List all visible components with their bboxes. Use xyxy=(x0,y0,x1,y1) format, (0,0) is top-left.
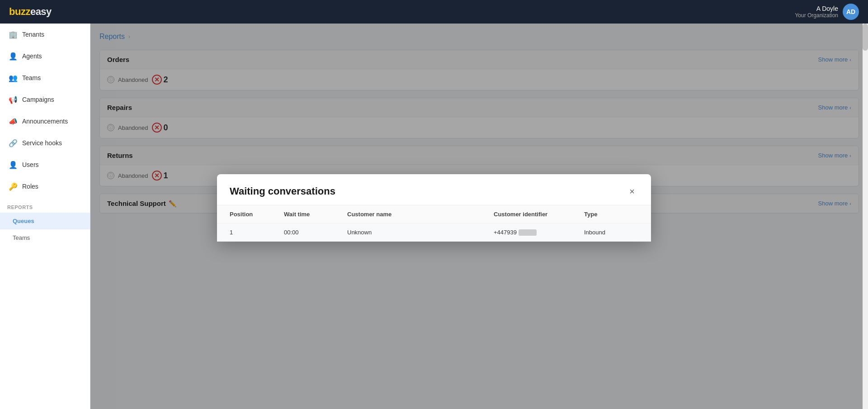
user-org: Your Organization xyxy=(795,12,838,19)
sidebar-item-label: Announcements xyxy=(22,118,68,125)
sidebar-item-agents[interactable]: 👤 Agents xyxy=(0,45,90,67)
scrollbar-track[interactable] xyxy=(863,24,868,409)
scrollbar-thumb[interactable] xyxy=(863,24,868,51)
reports-section-label: Reports xyxy=(0,197,90,213)
sidebar-item-campaigns[interactable]: 📢 Campaigns xyxy=(0,89,90,110)
modal-header: Waiting conversations × xyxy=(217,174,651,205)
customer-id-value: +447939 xyxy=(494,229,537,236)
sidebar-item-label: Agents xyxy=(22,52,42,60)
user-profile[interactable]: A Doyle Your Organization AD xyxy=(795,4,859,20)
roles-icon: 🔑 xyxy=(9,182,18,191)
avatar[interactable]: AD xyxy=(843,4,859,20)
sidebar-item-teams-top[interactable]: 👥 Teams xyxy=(0,67,90,89)
col-header-wait-time: Wait time xyxy=(284,211,347,218)
sidebar-item-label: Service hooks xyxy=(22,139,62,147)
sidebar-item-teams-reports[interactable]: Teams xyxy=(0,229,90,246)
cell-position: 1 xyxy=(230,229,284,236)
table-row: 1 00:00 Unknown +447939 Inbound xyxy=(217,224,651,242)
user-info: A Doyle Your Organization xyxy=(795,5,838,19)
sidebar: 🏢 Tenants 👤 Agents 👥 Teams 📢 Campaigns 📣… xyxy=(0,24,90,409)
modal-title: Waiting conversations xyxy=(230,185,335,197)
sidebar-item-service-hooks[interactable]: 🔗 Service hooks xyxy=(0,132,90,154)
sidebar-item-tenants[interactable]: 🏢 Tenants xyxy=(0,24,90,45)
redacted-id xyxy=(519,229,537,235)
teams-reports-label: Teams xyxy=(13,234,30,241)
announcements-icon: 📣 xyxy=(9,117,18,126)
tenants-icon: 🏢 xyxy=(9,30,18,39)
agents-icon: 👤 xyxy=(9,52,18,61)
modal-close-button[interactable]: × xyxy=(626,185,638,198)
sidebar-item-label: Tenants xyxy=(22,31,44,38)
waiting-conversations-modal: Waiting conversations × Position Wait ti… xyxy=(217,174,651,242)
logo: buzzeasy xyxy=(9,6,52,18)
sidebar-item-announcements[interactable]: 📣 Announcements xyxy=(0,110,90,132)
teams-icon: 👥 xyxy=(9,73,18,82)
queues-label: Queues xyxy=(13,218,34,224)
sidebar-item-label: Users xyxy=(22,161,39,168)
campaigns-icon: 📢 xyxy=(9,95,18,104)
sidebar-item-label: Roles xyxy=(22,183,38,190)
col-header-customer-name: Customer name xyxy=(347,211,494,218)
sidebar-item-label: Campaigns xyxy=(22,96,54,103)
col-header-position: Position xyxy=(230,211,284,218)
users-icon: 👤 xyxy=(9,160,18,169)
navbar: buzzeasy A Doyle Your Organization AD xyxy=(0,0,868,24)
sidebar-item-users[interactable]: 👤 Users xyxy=(0,154,90,176)
logo-text: buzzeasy xyxy=(9,6,52,18)
service-hooks-icon: 🔗 xyxy=(9,138,18,147)
table-header-row: Position Wait time Customer name Custome… xyxy=(217,205,651,224)
user-name: A Doyle xyxy=(795,5,838,12)
col-header-customer-id: Customer identifier xyxy=(494,211,584,218)
sidebar-item-queues[interactable]: Queues xyxy=(0,213,90,229)
cell-customer-id: +447939 xyxy=(494,229,584,236)
col-header-type: Type xyxy=(584,211,638,218)
modal-table: Position Wait time Customer name Custome… xyxy=(217,205,651,242)
cell-type: Inbound xyxy=(584,229,638,236)
sidebar-item-roles[interactable]: 🔑 Roles xyxy=(0,176,90,197)
cell-wait-time: 00:00 xyxy=(284,229,347,236)
cell-customer-name: Unknown xyxy=(347,229,494,236)
sidebar-item-label: Teams xyxy=(22,74,41,81)
